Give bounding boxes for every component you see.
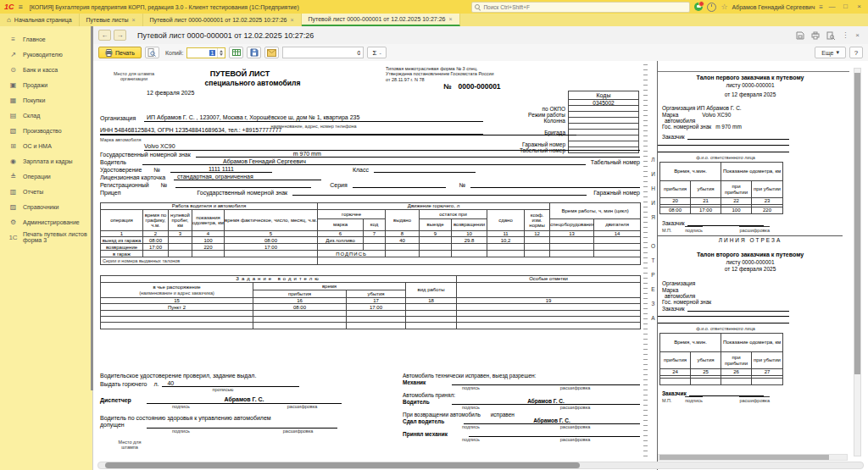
- preview-button[interactable]: [145, 47, 159, 58]
- vertical-scrollbar[interactable]: [854, 68, 861, 456]
- tabbar: ⌂ Начальная страница Путевые листы × Пут…: [0, 14, 868, 26]
- save-button[interactable]: [247, 47, 261, 58]
- talon1-title: Талон первого заказчика к путевому: [658, 75, 843, 80]
- license-number: 1111 1111: [170, 166, 272, 174]
- tab-home[interactable]: ⌂ Начальная страница: [0, 14, 80, 26]
- preview-icon[interactable]: [826, 28, 835, 43]
- spinner-arrows[interactable]: [217, 48, 225, 58]
- talon1-brand: МаркаVolvo XC90: [662, 112, 731, 118]
- sidebar-item[interactable]: ≡ Главное: [0, 31, 92, 47]
- talon2-brand: Марка: [662, 287, 702, 293]
- work-cell: возвращение: [101, 244, 143, 251]
- tab-waybill-doc[interactable]: Путевой лист 0000-000001 от 12.02.2025 1…: [143, 14, 302, 26]
- sidebar-item-icon: ≜: [8, 173, 18, 180]
- col-number: 21: [691, 198, 721, 205]
- search-input[interactable]: [483, 4, 687, 10]
- more-actions-icon[interactable]: ⋮: [842, 31, 849, 40]
- task-cell: 08:00: [253, 304, 347, 311]
- copies-input[interactable]: 1: [186, 47, 225, 58]
- sidebar-item[interactable]: ◉ Зарплата и кадры: [0, 153, 92, 169]
- sidebar-item[interactable]: ▥ Отчеты: [0, 184, 92, 199]
- scrollbar-thumb[interactable]: [854, 73, 860, 374]
- talon1-customer2: Заказчик: [662, 220, 764, 226]
- talon-panel: Талон первого заказчика к путевому листу…: [657, 61, 854, 470]
- sidebar-item[interactable]: ↗ Руководителю: [0, 47, 92, 62]
- preview-icon: [147, 48, 156, 57]
- sidebar-item[interactable]: ⊙ Банк и касса: [0, 62, 92, 77]
- global-search[interactable]: [471, 2, 690, 13]
- org-line: Организация ИП Абрамов Г. С. , 123007, М…: [100, 114, 483, 122]
- close-form-icon[interactable]: ×: [855, 31, 860, 40]
- cut-line-letter: И: [649, 171, 657, 185]
- table-settings-button[interactable]: [229, 47, 243, 58]
- sidebar-item[interactable]: 1С Печать путевых листов форма 3: [0, 229, 92, 245]
- main-menu-icon[interactable]: ≡: [19, 3, 23, 11]
- minimize-button[interactable]: —: [827, 2, 837, 12]
- sidebar-item[interactable]: ▦ Покупки: [0, 92, 92, 108]
- email-button[interactable]: [264, 47, 279, 58]
- print-button[interactable]: Печать: [98, 47, 142, 58]
- sidebar-item[interactable]: ⚙ Администрирование: [0, 214, 92, 229]
- sidebar-item-label: Покупки: [23, 97, 45, 103]
- work-cell: [420, 244, 452, 251]
- sidebar-item[interactable]: ▣ Продажи: [0, 77, 92, 92]
- counter-field[interactable]: [282, 47, 364, 58]
- tab-waybill-print[interactable]: Путевой лист 0000-000001 от 12.02.2025 1…: [302, 14, 460, 26]
- sidebar-item[interactable]: ▧ Производство: [0, 123, 92, 138]
- sidebar-item-label: Отчеты: [23, 189, 43, 195]
- waybill-document: Место для штампаорганизации Типовая межо…: [93, 61, 868, 470]
- history-icon[interactable]: [707, 3, 716, 12]
- close-window-button[interactable]: ×: [854, 2, 864, 12]
- sidebar-item-icon: ▣: [8, 81, 18, 89]
- sidebar-item[interactable]: ≜ Операции: [0, 169, 92, 184]
- talon-horizontal-scrollbar[interactable]: [658, 454, 848, 461]
- print-button-label: Печать: [115, 50, 135, 56]
- fuel-amount: 40: [167, 380, 174, 386]
- divider: [658, 71, 849, 72]
- save-icon[interactable]: [796, 28, 804, 43]
- sidebar-item[interactable]: ▨ Справочники: [0, 199, 92, 214]
- work-cell: [169, 237, 192, 244]
- user-name[interactable]: Абрамов Геннадий Сергеевич: [732, 4, 815, 10]
- favorites-icon[interactable]: ☆: [721, 3, 727, 11]
- tab-close-icon[interactable]: ×: [290, 17, 293, 23]
- col-number: 4: [192, 231, 225, 237]
- scrollbar-thumb[interactable]: [105, 462, 580, 468]
- app-logo: 1С: [4, 3, 14, 11]
- col-number: 19: [457, 298, 641, 304]
- discussions-icon[interactable]: [694, 3, 703, 11]
- tab-close-icon[interactable]: ×: [131, 17, 135, 23]
- sidebar-item[interactable]: ⊞ ОС и НМА: [0, 138, 92, 153]
- more-button[interactable]: Еще ▾: [815, 47, 846, 58]
- work-cell: [550, 244, 594, 251]
- work-cell: [452, 244, 487, 251]
- horizontal-scrollbar[interactable]: [97, 462, 864, 469]
- print-icon[interactable]: [811, 28, 820, 43]
- work-cell: [364, 237, 386, 244]
- cut-line-letter: Л: [649, 157, 657, 171]
- talon-cell: 17:00: [691, 207, 721, 214]
- col-number: 23: [752, 198, 783, 205]
- maximize-button[interactable]: □: [841, 2, 850, 12]
- work-cell: 10,2: [487, 237, 525, 244]
- sidebar-item[interactable]: ▤ Склад: [0, 108, 92, 123]
- task-table: Задание водителю Особые отметки в чье ра…: [100, 275, 641, 329]
- talon-cell: [721, 379, 752, 385]
- forward-button[interactable]: →: [114, 30, 126, 41]
- talon2-table: Время, ч.мин.Показание одометра, км приб…: [659, 333, 783, 385]
- scrollbar-thumb[interactable]: [659, 455, 829, 460]
- service-menu-icon[interactable]: ≡: [819, 3, 823, 11]
- sum-button[interactable]: Σ -: [367, 47, 386, 58]
- tab-waybill-list[interactable]: Путевые листы ×: [80, 14, 143, 26]
- tab-close-icon[interactable]: ×: [448, 16, 452, 22]
- talon1-mp-row: М.П. подпись расшифровка: [662, 228, 823, 233]
- task-cell: Пункт 2: [101, 304, 253, 311]
- app-window: 1С ≡ [КОПИЯ] Бухгалтерия предприятия КОР…: [0, 0, 868, 470]
- cut-line-letter: А: [649, 315, 657, 329]
- back-button[interactable]: ←: [98, 30, 111, 41]
- help-button[interactable]: ?: [849, 47, 863, 58]
- work-cell: [487, 244, 525, 251]
- work-cell: [318, 244, 364, 251]
- work-cell: 100: [192, 237, 225, 244]
- talon1-date: от 12 февраля 2025: [658, 91, 843, 97]
